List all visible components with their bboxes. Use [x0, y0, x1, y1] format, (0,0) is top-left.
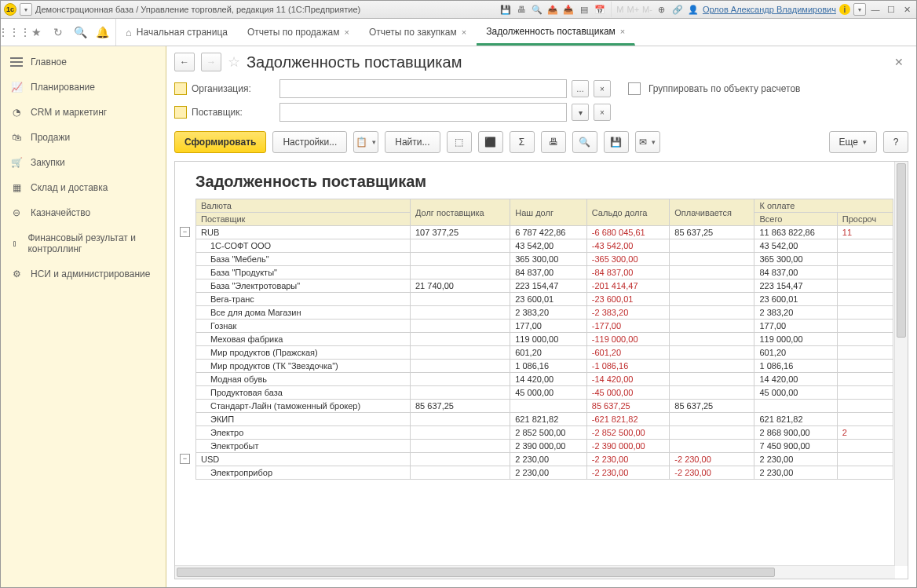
table-row[interactable]: Меховая фабрика119 000,00-119 000,00119 … — [196, 333, 893, 346]
minimize-icon[interactable]: — — [869, 3, 882, 16]
table-row[interactable]: ЭКИП621 821,82-621 821,82621 821,82 — [196, 413, 893, 426]
nav-back-button[interactable]: ← — [174, 53, 195, 71]
sidebar-item-продажи[interactable]: 🛍Продажи — [1, 125, 166, 150]
sidebar-icon: 📈 — [10, 82, 23, 93]
page-favorite-icon[interactable]: ☆ — [228, 53, 240, 71]
supplier-filter-checkbox[interactable] — [174, 106, 187, 119]
collapse-handle-icon[interactable]: − — [180, 454, 190, 464]
sidebar-item-закупки[interactable]: 🛒Закупки — [1, 150, 166, 175]
org-filter-checkbox[interactable] — [174, 82, 187, 95]
maximize-icon[interactable]: ☐ — [885, 3, 897, 16]
info-drop-icon[interactable]: ▾ — [853, 3, 866, 16]
tab-начальная-страница[interactable]: ⌂Начальная страница — [116, 19, 238, 46]
email-button[interactable]: ✉▾ — [635, 131, 660, 153]
preview-icon[interactable]: 🔍 — [531, 3, 543, 16]
sidebar-icon: 🛒 — [10, 157, 23, 168]
table-row[interactable]: База "Мебель"365 300,00-365 300,00365 30… — [196, 253, 893, 266]
m-btn[interactable]: M — [616, 5, 623, 14]
table-row[interactable]: Модная обувь14 420,00-14 420,0014 420,00 — [196, 373, 893, 386]
supplier-drop-button[interactable]: ▾ — [572, 104, 589, 121]
tab-отчеты-по-закупкам[interactable]: Отчеты по закупкам× — [360, 19, 477, 46]
close-page-icon[interactable]: ✕ — [894, 56, 908, 68]
print-button[interactable]: 🖶 — [541, 131, 566, 153]
table-row[interactable]: Стандарт-Лайн (таможенный брокер)85 637,… — [196, 400, 893, 413]
table-row[interactable]: Вега-транс23 600,01-23 600,0123 600,01 — [196, 293, 893, 306]
save-icon[interactable]: 💾 — [499, 3, 512, 16]
group-checkbox[interactable] — [628, 82, 641, 95]
settings-button[interactable]: Настройки... — [272, 131, 347, 153]
sidebar-item-финансовый-результат-и-контроллинг[interactable]: ⫾Финансовый результат и контроллинг — [1, 225, 166, 261]
form-button[interactable]: Сформировать — [174, 131, 266, 153]
calc-icon[interactable]: ▤ — [578, 3, 590, 16]
scrollbar-horizontal[interactable] — [175, 565, 895, 579]
save-report-button[interactable]: 💾 — [604, 131, 629, 153]
bell-icon[interactable]: 🔔 — [95, 25, 109, 39]
variants-button[interactable]: 📋▾ — [353, 131, 378, 153]
table-row[interactable]: База "Электротовары"21 740,00223 154,47-… — [196, 279, 893, 293]
group-label: Группировать по объекту расчетов — [648, 83, 800, 94]
sum-button[interactable]: Σ — [510, 131, 535, 153]
sidebar-item-crm-и-маркетинг[interactable]: ◔CRM и маркетинг — [1, 100, 166, 125]
group-row[interactable]: USD2 230,00-2 230,00-2 230,002 230,00 — [196, 453, 893, 466]
tab-задолженность-поставщикам[interactable]: Задолженность поставщикам× — [477, 19, 635, 46]
table-row[interactable]: 1С-СОФТ ООО43 542,00-43 542,0043 542,00 — [196, 239, 893, 253]
preview-button[interactable]: 🔍 — [572, 131, 597, 153]
scrollbar-vertical[interactable] — [894, 162, 908, 566]
table-row[interactable]: База "Продукты"84 837,00-84 837,0084 837… — [196, 266, 893, 279]
table-row[interactable]: Мир продуктов (Пражская)601,20-601,20601… — [196, 346, 893, 360]
more-button[interactable]: Еще▾ — [829, 131, 877, 153]
collapse-handle-icon[interactable]: − — [180, 227, 190, 237]
close-window-icon[interactable]: ✕ — [901, 3, 913, 16]
org-filter-input[interactable] — [279, 79, 567, 98]
table-row[interactable]: Все для дома Магазин2 383,20-2 383,202 3… — [196, 306, 893, 320]
table-row[interactable]: Продуктовая база45 000,00-45 000,0045 00… — [196, 386, 893, 400]
table-row[interactable]: Мир продуктов (ТК "Звездочка")1 086,16-1… — [196, 360, 893, 373]
print-icon[interactable]: 🖶 — [515, 3, 528, 16]
favorite-icon[interactable]: ★ — [29, 25, 43, 39]
report-area[interactable]: Задолженность поставщикам Валюта Долг по… — [174, 161, 908, 579]
sidebar-item-нси-и-администрирование[interactable]: ⚙НСИ и администрирование — [1, 261, 166, 287]
expand-button[interactable]: ⬚ — [447, 131, 472, 153]
tab-close-icon[interactable]: × — [345, 27, 349, 37]
table-row[interactable]: Электробыт2 390 000,00-2 390 000,007 450… — [196, 440, 893, 453]
sidebar-item-склад-и-доставка[interactable]: ▦Склад и доставка — [1, 175, 166, 200]
sidebar-item-главное[interactable]: Главное — [1, 49, 166, 75]
supplier-clear-button[interactable]: × — [594, 104, 611, 121]
tab-отчеты-по-продажам[interactable]: Отчеты по продажам× — [238, 19, 360, 46]
m-minus-btn[interactable]: M- — [642, 5, 652, 14]
history-icon[interactable]: ↻ — [51, 25, 65, 39]
sidebar-icon: ⚙ — [10, 268, 23, 279]
titlebar: 1c ▾ Демонстрационная база / Управление … — [1, 1, 916, 19]
help-button[interactable]: ? — [883, 131, 908, 153]
calendar-icon[interactable]: 📅 — [594, 3, 606, 16]
sidebar-icon: ⊖ — [10, 207, 23, 218]
find-button[interactable]: Найти... — [385, 131, 440, 153]
info-icon[interactable]: i — [839, 4, 850, 15]
tab-close-icon[interactable]: × — [620, 27, 625, 36]
tab-close-icon[interactable]: × — [462, 27, 466, 37]
org-clear-button[interactable]: × — [594, 80, 611, 97]
doc-in-icon[interactable]: 📥 — [562, 3, 575, 16]
supplier-filter-input[interactable] — [279, 103, 567, 122]
group-row[interactable]: RUB107 377,256 787 422,86-6 680 045,6185… — [196, 226, 893, 239]
table-row[interactable]: Гознак177,00-177,00177,00 — [196, 320, 893, 333]
report-title: Задолженность поставщикам — [195, 173, 893, 191]
m-plus-btn[interactable]: M+ — [627, 5, 640, 14]
user-name[interactable]: Орлов Александр Владимирович — [703, 5, 836, 14]
sidebar-item-label: Склад и доставка — [31, 182, 108, 193]
table-row[interactable]: Электроприбор2 230,00-2 230,00-2 230,002… — [196, 466, 893, 480]
link-icon[interactable]: 🔗 — [671, 3, 684, 16]
collapse-button[interactable]: ⬛ — [478, 131, 503, 153]
apps-icon[interactable]: ⋮⋮⋮ — [7, 25, 21, 39]
org-select-button[interactable]: … — [572, 80, 589, 97]
main-toolbar: ⋮⋮⋮ ★ ↻ 🔍 🔔 ⌂Начальная страницаОтчеты по… — [1, 19, 916, 46]
sidebar-item-казначейство[interactable]: ⊖Казначейство — [1, 200, 166, 225]
sidebar-item-планирование[interactable]: 📈Планирование — [1, 75, 166, 100]
sidebar-item-label: CRM и маркетинг — [31, 107, 107, 118]
doc-out-icon[interactable]: 📤 — [546, 3, 559, 16]
nav-forward-button[interactable]: → — [201, 53, 221, 71]
table-row[interactable]: Электро2 852 500,00-2 852 500,002 868 90… — [196, 426, 893, 440]
search-icon[interactable]: 🔍 — [73, 25, 87, 39]
app-menu-drop-icon[interactable]: ▾ — [20, 3, 32, 16]
zoom-icon[interactable]: ⊕ — [656, 3, 668, 16]
